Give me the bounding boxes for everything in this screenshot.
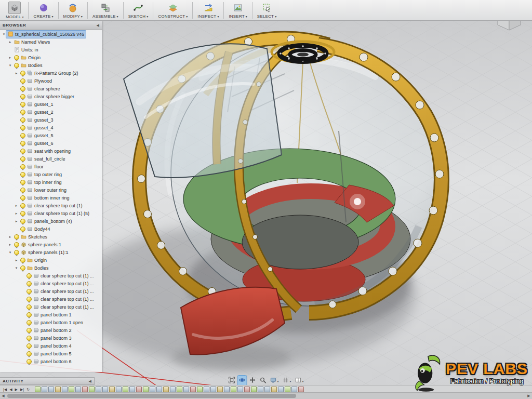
timeline-feature-extrude-icon[interactable] — [183, 387, 189, 392]
visibility-bulb-icon[interactable] — [26, 320, 32, 325]
menu-model[interactable]: MODEL▾ — [2, 1, 27, 20]
tree-item-top-outer-ring[interactable]: top outer ring — [0, 170, 102, 178]
zoom-button[interactable] — [258, 376, 267, 386]
timeline-feature-extrude-icon[interactable] — [116, 387, 122, 392]
tree-item-lower-outer-ring[interactable]: lower outer ring — [0, 186, 102, 194]
tree-item-sphere-panels-1[interactable]: ▸sphere panels:1 — [0, 241, 102, 248]
visibility-bulb-icon[interactable] — [14, 242, 19, 247]
expand-arrow[interactable]: ▸ — [8, 56, 12, 60]
collapse-left-icon[interactable]: ◀ — [89, 379, 91, 383]
expand-arrow[interactable]: ▾ — [8, 63, 12, 68]
grid-snaps-button[interactable]: ▾ — [281, 376, 292, 386]
timeline-feature-sketch-icon[interactable] — [231, 387, 236, 392]
timeline-feature-sketch-icon[interactable] — [251, 387, 257, 392]
tree-item-top-inner-ring[interactable]: top inner ring — [0, 178, 102, 186]
tree-item-panel-bottom-3[interactable]: panel bottom 3 — [0, 334, 102, 342]
tree-item-clear-sphere-top-cut-1[interactable]: clear sphere top cut (1) ... — [0, 280, 102, 287]
tree-item-sketches[interactable]: ▸Sketches — [0, 233, 102, 241]
expand-arrow[interactable]: ▸ — [14, 258, 19, 262]
menu-assemble[interactable]: ASSEMBLE▾ — [89, 1, 122, 20]
tree-item-gusset-5[interactable]: gusset_5 — [0, 131, 102, 139]
visibility-bulb-icon[interactable] — [14, 55, 19, 60]
timeline-feature-joint-icon[interactable] — [298, 387, 304, 392]
tree-item-gusset-2[interactable]: gusset_2 — [0, 108, 102, 116]
tree-item-panel-bottom-2[interactable]: panel bottom 2 — [0, 326, 102, 334]
visibility-bulb-icon[interactable] — [20, 164, 25, 169]
expand-arrow[interactable]: ▸ — [8, 243, 12, 247]
timeline-feature-pattern-icon[interactable] — [271, 387, 277, 392]
tree-item-origin[interactable]: ▸Origin — [0, 54, 102, 61]
visibility-bulb-icon[interactable] — [20, 125, 25, 130]
tree-item-plywood[interactable]: Plywood — [0, 77, 102, 85]
timeline-feature-sketch-icon[interactable] — [89, 387, 95, 392]
fit-view-button[interactable] — [227, 376, 236, 386]
timeline-feature-extrude-icon[interactable] — [42, 387, 47, 392]
timeline-feature-sketch-icon[interactable] — [123, 387, 128, 392]
expand-arrow[interactable]: ▸ — [14, 71, 19, 75]
tree-item-seat-with-opening[interactable]: seat with opening — [0, 147, 102, 155]
tree-item-origin[interactable]: ▸Origin — [0, 256, 102, 264]
timeline-feature-extrude-icon[interactable] — [291, 387, 297, 392]
menu-select[interactable]: SELECT▾ — [254, 1, 280, 20]
tree-item-clear-sphere-top-cut-1[interactable]: clear sphere top cut (1) ... — [0, 303, 102, 311]
timeline-feature-sketch-icon[interactable] — [143, 387, 149, 392]
visibility-bulb-icon[interactable] — [14, 250, 19, 255]
timeline-feature-joint-icon[interactable] — [190, 387, 196, 392]
tree-item-clear-sphere-top-cut-1-5[interactable]: ▸clear sphere top cut (1) (5) — [0, 209, 102, 217]
viewports-button[interactable]: ▾ — [294, 376, 305, 386]
expand-arrow[interactable]: ▸ — [14, 211, 19, 216]
visibility-bulb-icon[interactable] — [20, 203, 25, 208]
visibility-bulb-icon[interactable] — [14, 234, 19, 240]
visibility-bulb-icon[interactable] — [20, 219, 25, 224]
timeline-feature-extrude-icon[interactable] — [258, 387, 263, 392]
visibility-bulb-icon[interactable] — [26, 343, 32, 349]
visibility-bulb-icon[interactable] — [20, 156, 25, 162]
tree-item-panels-bottom-4[interactable]: ▸panels_bottom (4) — [0, 217, 102, 225]
tree-item-named-views[interactable]: ▸Named Views — [0, 38, 102, 46]
timeline-feature-extrude-icon[interactable] — [48, 387, 54, 392]
body-top-ring[interactable] — [272, 42, 334, 62]
tree-item-units-in[interactable]: Units: in — [0, 46, 102, 54]
expand-arrow[interactable]: ▸ — [14, 219, 19, 223]
visibility-bulb-icon[interactable] — [20, 180, 25, 185]
visibility-bulb-icon[interactable] — [20, 86, 25, 91]
expand-arrow[interactable]: ▾ — [8, 250, 12, 255]
tree-item-panel-bottom-1-open[interactable]: panel bottom 1 open — [0, 318, 102, 326]
timeline-feature-pattern-icon[interactable] — [109, 387, 115, 392]
visibility-bulb-icon[interactable] — [20, 110, 25, 115]
tree-item-bodies[interactable]: ▾Bodies — [0, 61, 102, 69]
tree-item-panel-bottom-4[interactable]: panel bottom 4 — [0, 342, 102, 350]
tree-item-panel-bottom-6[interactable]: panel bottom 6 — [0, 357, 102, 365]
visibility-bulb-icon[interactable] — [26, 281, 32, 286]
tree-item-seat-full-circle[interactable]: seat_full_circle — [0, 155, 102, 163]
visibility-bulb-icon[interactable] — [20, 195, 25, 201]
go-to-start-button[interactable]: |◀ — [2, 386, 8, 393]
timeline-feature-joint-icon[interactable] — [82, 387, 88, 392]
play-button[interactable]: ▶ — [14, 386, 19, 393]
tree-item-panel-bottom-5[interactable]: panel bottom 5 — [0, 350, 102, 357]
menu-insert[interactable]: INSERT▾ — [225, 1, 250, 20]
visibility-bulb-icon[interactable] — [20, 141, 25, 146]
menu-create[interactable]: CREATE▾ — [30, 1, 57, 20]
collapse-left-icon[interactable]: ◀ — [97, 23, 99, 28]
tree-item-clear-sphere-top-cut-1[interactable]: clear sphere top cut (1) ... — [0, 295, 102, 303]
timeline-feature-joint-icon[interactable] — [244, 387, 250, 392]
expand-arrow[interactable]: ▸ — [14, 204, 19, 208]
visibility-bulb-icon[interactable] — [20, 117, 25, 123]
timeline-feature-extrude-icon[interactable] — [210, 387, 216, 392]
visibility-bulb-icon[interactable] — [20, 265, 25, 271]
expand-arrow[interactable]: ▾ — [2, 32, 6, 36]
timeline-feature-joint-icon[interactable] — [136, 387, 142, 392]
visibility-bulb-icon[interactable] — [20, 211, 25, 216]
visibility-bulb-icon[interactable] — [26, 297, 32, 302]
tree-item-gusset-6[interactable]: gusset_6 — [0, 139, 102, 147]
step-back-button[interactable]: ◀ — [8, 386, 13, 393]
tree-item-clear-sphere-top-cut-1[interactable]: clear sphere top cut (1) ... — [0, 287, 102, 295]
timeline-feature-extrude-icon[interactable] — [278, 387, 284, 392]
timeline-feature-extrude-icon[interactable] — [264, 387, 270, 392]
visibility-bulb-icon[interactable] — [20, 94, 25, 99]
pan-button[interactable] — [248, 376, 257, 386]
timeline-feature-sketch-icon[interactable] — [285, 387, 290, 392]
menu-construct[interactable]: CONSTRUCT▾ — [154, 1, 191, 20]
timeline-feature-sketch-icon[interactable] — [177, 387, 182, 392]
